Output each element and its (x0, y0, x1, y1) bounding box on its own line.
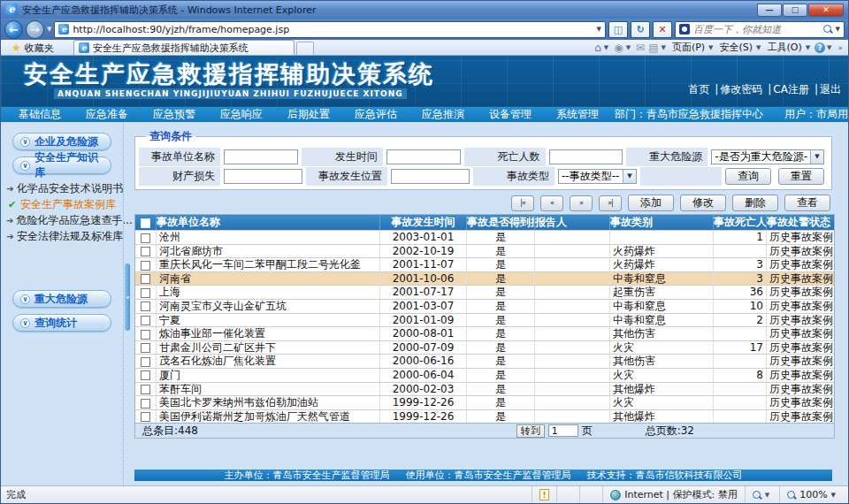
delete-button[interactable]: 删除 (732, 195, 778, 211)
search-icon[interactable] (823, 25, 832, 34)
next-page-button[interactable]: » (570, 195, 593, 211)
zoom-control[interactable]: 100% ▼ (779, 486, 843, 503)
home-dropdown-icon[interactable]: ▼ (604, 44, 608, 51)
location-input[interactable] (391, 169, 470, 184)
header-link[interactable]: 退出 (820, 83, 841, 95)
row-checkbox[interactable] (141, 399, 150, 409)
goto-page-button[interactable]: 转到 (516, 424, 545, 438)
row-checkbox[interactable] (141, 412, 150, 422)
new-tab-button[interactable] (296, 42, 314, 55)
row-checkbox[interactable] (141, 316, 150, 325)
sidebar-item[interactable]: ➔化学品安全技术说明书 (6, 180, 123, 196)
row-checkbox[interactable] (141, 385, 150, 394)
row-checkbox[interactable] (141, 370, 150, 380)
print-icon[interactable]: ▤ (647, 42, 659, 54)
row-checkbox[interactable] (141, 357, 150, 367)
last-page-button[interactable]: »| (599, 195, 622, 211)
row-checkbox[interactable] (141, 261, 150, 271)
property-loss-input[interactable] (224, 169, 302, 184)
table-row[interactable]: 重庆长风化一车间二苯甲酮工段二号光化釜2001-11-07是火药爆炸3历史事故案… (135, 257, 834, 271)
rss-icon[interactable]: ◉ (613, 42, 623, 54)
view-button[interactable]: 查看 (784, 195, 830, 211)
occur-time-input[interactable] (386, 149, 461, 164)
select-all-checkbox[interactable] (141, 218, 150, 228)
nav-item[interactable]: 应急评估 (346, 107, 413, 122)
search-button[interactable]: 查询 (725, 168, 771, 185)
splitter-handle[interactable]: ◂ (125, 263, 130, 331)
tools-dropdown-icon[interactable]: ▼ (806, 44, 810, 51)
table-row[interactable]: 炼油事业部一催化装置2000-08-01是其他伤害历史事故案例 (135, 326, 834, 340)
menu-tools[interactable]: 工具(O) (765, 41, 803, 54)
nav-item[interactable]: 应急预警 (144, 107, 211, 122)
sidebar-splitter[interactable]: ◂ (123, 122, 131, 485)
row-checkbox[interactable] (141, 247, 150, 256)
sidebar-group[interactable]: ∨重大危险源 (12, 290, 111, 308)
page-alert-icon[interactable]: ! (539, 489, 549, 500)
zoom-icon[interactable] (753, 491, 761, 500)
nav-item[interactable]: 系统管理 (547, 107, 615, 122)
accident-unit-input[interactable] (224, 149, 298, 164)
zoom-mode-dropdown-icon[interactable]: ▼ (765, 492, 769, 499)
table-row[interactable]: 河北省廊坊市2002-10-19是火药爆炸历史事故案例 (135, 244, 834, 258)
search-dropdown-icon[interactable]: ▼ (836, 26, 840, 33)
row-checkbox[interactable] (141, 302, 150, 311)
compatibility-view-button[interactable]: ◫ (608, 21, 628, 38)
favorites-button[interactable]: ★ 收藏夹 (4, 41, 61, 55)
close-button[interactable]: ✕ (808, 4, 844, 17)
help-icon[interactable]: ? (815, 42, 825, 53)
table-row[interactable]: 甘肃金川公司二矿区井下2000-07-09是火灾17历史事故案例 (135, 340, 834, 355)
history-dropdown-icon[interactable]: ▼ (47, 26, 51, 33)
refresh-button[interactable]: ↻ (631, 21, 650, 38)
mail-icon[interactable]: ✉ (635, 42, 646, 54)
table-row[interactable]: 河南灵宝市义寺山金矿五坑2001-03-07是中毒和窒息10历史事故案例 (135, 299, 834, 313)
row-checkbox[interactable] (141, 330, 150, 340)
header-link[interactable]: 修改密码 (720, 83, 762, 95)
sidebar-group[interactable]: ∨查询统计 (12, 314, 111, 332)
row-checkbox[interactable] (141, 233, 150, 243)
safety-dropdown-icon[interactable]: ▼ (756, 44, 761, 51)
menu-page[interactable]: 页面(P) (670, 41, 707, 54)
nav-item[interactable]: 应急推演 (413, 107, 480, 122)
major-hazard-select[interactable]: -是否为重大危险源- ▼ (711, 149, 824, 164)
nav-item[interactable]: 基础信息 (10, 107, 77, 122)
table-row[interactable]: 美国伊利诺斯州芝加哥炼油厂天然气管道1999-12-26是其他爆炸历史事故案例 (135, 409, 834, 424)
accident-type-select[interactable]: --事故类型-- ▼ (558, 169, 637, 184)
nav-item[interactable]: 设备管理 (480, 107, 547, 122)
tab-active[interactable]: e 安全生产应急救援指挥辅助决策系统 (73, 40, 294, 55)
sidebar-item[interactable]: ✔安全生产事故案例库 (6, 196, 123, 212)
row-checkbox[interactable] (141, 274, 150, 284)
prev-page-button[interactable]: « (540, 195, 563, 211)
modify-button[interactable]: 修改 (680, 195, 726, 211)
add-button[interactable]: 添加 (628, 195, 674, 211)
table-row[interactable]: 上海2001-07-17是起重伤害36历史事故案例 (135, 285, 834, 299)
sidebar-item[interactable]: ➔危险化学品应急速查手... (6, 212, 123, 228)
table-row[interactable]: 沧州2003-01-01是1历史事故案例 (135, 230, 834, 244)
table-row[interactable]: 茂名石化炼油厂焦化装置2000-06-16是其他伤害历史事故案例 (135, 354, 834, 368)
help-dropdown-icon[interactable]: ▼ (827, 44, 831, 51)
table-row[interactable]: 宁夏2001-01-09是中毒和窒息2历史事故案例 (135, 313, 834, 327)
nav-item[interactable]: 应急响应 (211, 107, 279, 122)
page-number-input[interactable]: 1 (548, 424, 578, 437)
url-dropdown-icon[interactable]: ▼ (597, 26, 601, 33)
row-checkbox[interactable] (141, 288, 150, 298)
minimize-button[interactable]: — (757, 4, 782, 17)
table-row[interactable]: 苯酐车间2000-02-03是其他爆炸历史事故案例 (135, 382, 834, 396)
reset-button[interactable]: 重置 (778, 168, 824, 185)
overflow-chevron-icon[interactable]: » (836, 43, 845, 52)
header-link[interactable]: 首页 (688, 83, 709, 95)
maximize-button[interactable]: □ (783, 4, 807, 17)
first-page-button[interactable]: |« (511, 195, 534, 211)
rss-dropdown-icon[interactable]: ▼ (626, 44, 631, 51)
stop-button[interactable]: ✕ (653, 21, 672, 38)
table-row[interactable]: 美国北卡罗来纳州韦兹伯勒加油站1999-12-26是火灾历史事故案例 (135, 395, 834, 409)
row-checkbox[interactable] (141, 343, 150, 353)
sidebar-item[interactable]: ➔安全法律法规及标准库 (6, 228, 123, 244)
search-box[interactable]: 百度一下，你就知道 ▼ (675, 21, 845, 38)
nav-item[interactable]: 后期处置 (279, 107, 346, 122)
deaths-input[interactable] (549, 149, 623, 164)
page-dropdown-icon[interactable]: ▼ (708, 44, 713, 51)
menu-safety[interactable]: 安全(S) (717, 41, 754, 54)
home-icon[interactable]: ⌂ (593, 42, 602, 54)
forward-button[interactable]: → (26, 20, 44, 39)
sidebar-group[interactable]: ∨安全生产知识库 (12, 157, 111, 174)
